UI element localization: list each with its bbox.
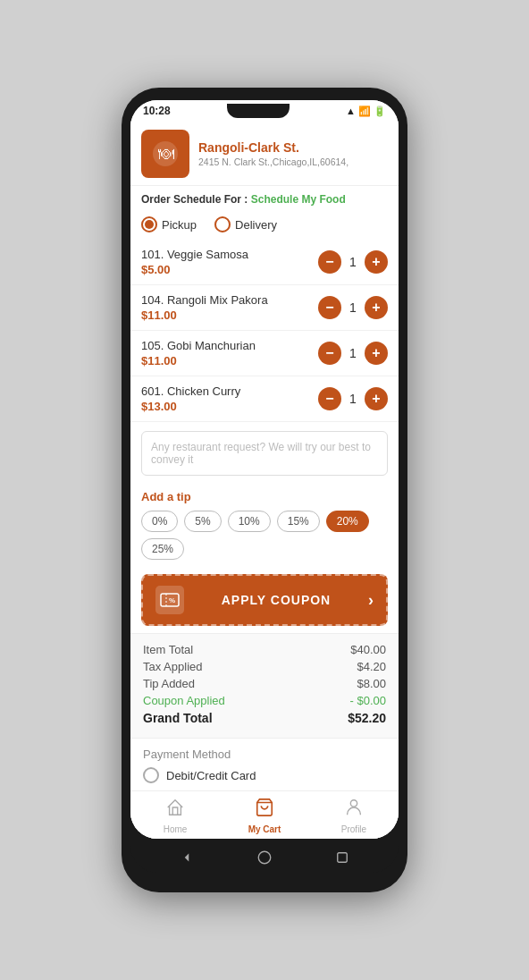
order-type: Pickup Delivery	[130, 213, 399, 240]
nav-home[interactable]: Home	[130, 798, 220, 834]
status-bar: 10:28 ▲ 📶 🔋	[130, 100, 399, 121]
cart-item: 104. Rangoli Mix Pakora $11.00 − 1 +	[130, 285, 399, 331]
status-time: 10:28	[143, 105, 171, 117]
decrease-qty-button[interactable]: −	[318, 387, 341, 410]
delivery-option[interactable]: Delivery	[214, 216, 277, 232]
tip-option-button[interactable]: 5%	[184, 511, 221, 532]
coupon-arrow-icon: ›	[368, 591, 374, 610]
bottom-nav: Home My Cart	[130, 790, 399, 839]
ticket-icon: %	[160, 593, 180, 607]
restaurant-logo: 🍽	[141, 130, 189, 178]
item-total-row: Item Total $40.00	[143, 643, 386, 656]
tax-value: $4.20	[357, 660, 386, 673]
grand-total-row: Grand Total $52.20	[143, 711, 386, 725]
tip-section: Add a tip 0%5%10%15%20%25%	[130, 485, 399, 567]
coupon-applied-row: Coupon Applied - $0.00	[143, 694, 386, 707]
svg-rect-9	[337, 853, 347, 863]
home-button[interactable]	[253, 846, 276, 869]
cart-item-info: 105. Gobi Manchurian $11.00	[141, 339, 318, 368]
coupon-applied-label: Coupon Applied	[143, 694, 225, 707]
cart-item: 105. Gobi Manchurian $11.00 − 1 +	[130, 331, 399, 376]
recents-button[interactable]	[331, 846, 354, 869]
quantity-control: − 1 +	[318, 342, 388, 365]
payment-section: Payment Method Debit/Credit Card	[130, 738, 399, 790]
payment-radio-debit[interactable]	[143, 767, 159, 783]
grand-total-value: $52.20	[348, 711, 386, 725]
notch	[227, 104, 290, 118]
payment-title: Payment Method	[143, 748, 386, 761]
quantity-value: 1	[348, 346, 358, 360]
nav-cart-label: My Cart	[248, 824, 281, 834]
quantity-value: 1	[348, 255, 358, 269]
order-summary: Item Total $40.00 Tax Applied $4.20 Tip …	[130, 633, 399, 738]
schedule-label: Order Schedule For :	[141, 193, 248, 206]
tip-option-button[interactable]: 0%	[141, 511, 178, 532]
restaurant-request-input[interactable]: Any restaurant request? We will try our …	[141, 431, 388, 476]
phone-frame: 10:28 ▲ 📶 🔋 🍽 Rangoli-Clark St.	[122, 88, 407, 892]
nav-home-label: Home	[164, 824, 188, 834]
quantity-value: 1	[348, 300, 358, 315]
cart-item: 601. Chicken Curry $13.00 − 1 +	[130, 376, 399, 422]
restaurant-info: Rangoli-Clark St. 2415 N. Clark St.,Chic…	[198, 140, 348, 167]
nav-cart[interactable]: My Cart	[220, 798, 309, 834]
tip-added-value: $8.00	[357, 677, 386, 690]
delivery-label: Delivery	[235, 218, 277, 232]
tip-options: 0%5%10%15%20%25%	[141, 511, 388, 560]
order-schedule: Order Schedule For : Schedule My Food	[130, 186, 399, 213]
increase-qty-button[interactable]: +	[365, 342, 388, 365]
wifi-icon: ▲	[346, 106, 356, 116]
cart-item-name: 105. Gobi Manchurian	[141, 339, 318, 352]
quantity-control: − 1 +	[318, 387, 388, 410]
restaurant-logo-icon: 🍽	[151, 139, 180, 168]
increase-qty-button[interactable]: +	[365, 387, 388, 410]
tip-option-button[interactable]: 20%	[326, 511, 369, 532]
decrease-qty-button[interactable]: −	[318, 342, 341, 365]
tip-option-button[interactable]: 10%	[228, 511, 271, 532]
cart-item-price: $5.00	[141, 263, 318, 276]
tip-added-label: Tip Added	[143, 677, 195, 690]
cart-item-name: 101. Veggie Samosa	[141, 248, 318, 261]
coupon-applied-value: - $0.00	[350, 694, 386, 707]
decrease-qty-button[interactable]: −	[318, 250, 341, 274]
increase-qty-button[interactable]: +	[365, 296, 388, 319]
nav-profile-label: Profile	[341, 824, 366, 834]
pickup-option[interactable]: Pickup	[141, 216, 197, 232]
payment-option-debit[interactable]: Debit/Credit Card	[143, 767, 386, 783]
grand-total-label: Grand Total	[143, 711, 213, 725]
cart-item-info: 104. Rangoli Mix Pakora $11.00	[141, 293, 318, 322]
pickup-label: Pickup	[162, 218, 197, 232]
cart-item-price: $11.00	[141, 308, 318, 322]
phone-screen: 10:28 ▲ 📶 🔋 🍽 Rangoli-Clark St.	[130, 100, 399, 839]
restaurant-header: 🍽 Rangoli-Clark St. 2415 N. Clark St.,Ch…	[130, 121, 399, 186]
tip-row: Tip Added $8.00	[143, 677, 386, 690]
cart-item-name: 104. Rangoli Mix Pakora	[141, 293, 318, 307]
cart-icon	[255, 798, 274, 823]
system-nav-bar	[130, 839, 399, 873]
quantity-control: − 1 +	[318, 296, 388, 319]
svg-marker-7	[185, 854, 189, 862]
status-icons: ▲ 📶 🔋	[346, 106, 386, 117]
quantity-control: − 1 +	[318, 250, 388, 274]
tip-option-button[interactable]: 25%	[141, 538, 184, 560]
cart-item-info: 101. Veggie Samosa $5.00	[141, 248, 318, 276]
tax-row: Tax Applied $4.20	[143, 660, 386, 673]
pickup-radio[interactable]	[141, 216, 157, 232]
tip-label: Add a tip	[141, 490, 388, 503]
back-button[interactable]	[175, 846, 198, 869]
schedule-link[interactable]: Schedule My Food	[251, 193, 346, 206]
delivery-radio[interactable]	[214, 216, 231, 232]
battery-icon: 🔋	[374, 106, 386, 117]
cart-item: 101. Veggie Samosa $5.00 − 1 +	[130, 240, 399, 285]
quantity-value: 1	[348, 392, 358, 406]
nav-profile[interactable]: Profile	[309, 798, 399, 834]
cart-item-price: $11.00	[141, 354, 318, 368]
svg-point-6	[350, 800, 357, 807]
tip-option-button[interactable]: 15%	[277, 511, 320, 532]
decrease-qty-button[interactable]: −	[318, 296, 341, 319]
apply-coupon-button[interactable]: % APPLY COUPON ›	[141, 574, 388, 626]
item-total-value: $40.00	[350, 643, 386, 656]
cart-item-info: 601. Chicken Curry $13.00	[141, 384, 318, 413]
signal-icon: 📶	[358, 106, 371, 117]
item-total-label: Item Total	[143, 643, 193, 656]
increase-qty-button[interactable]: +	[365, 250, 388, 274]
